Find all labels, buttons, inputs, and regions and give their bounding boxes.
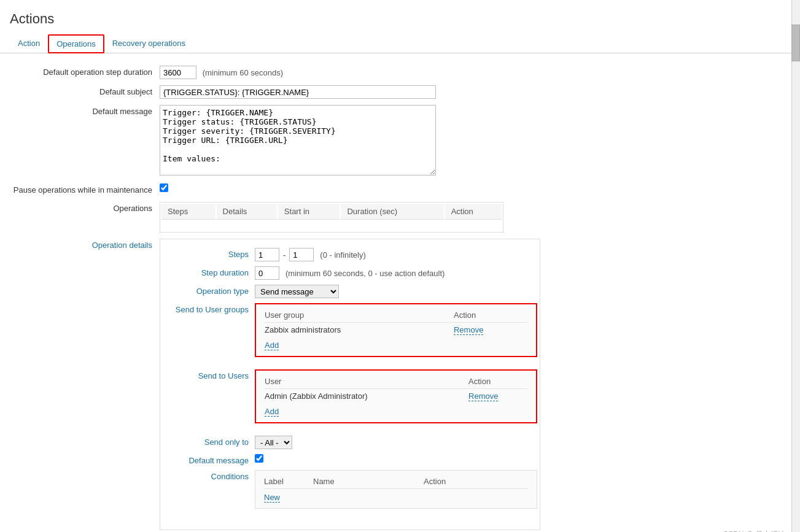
send-user-groups-label: Send to User groups xyxy=(169,303,255,314)
operation-type-label: Operation type xyxy=(169,285,255,296)
user-groups-table: User group Action Zabbix administrators xyxy=(265,310,527,337)
tab-recovery[interactable]: Recovery operations xyxy=(104,34,193,53)
tabs: Action Operations Recovery operations xyxy=(0,34,800,53)
default-message-row: Default message Trigger: {TRIGGER.NAME} … xyxy=(12,105,788,177)
cond-col-label: Label xyxy=(264,477,313,489)
send-users-label: Send to Users xyxy=(169,369,255,380)
step-duration-input[interactable] xyxy=(160,66,196,79)
user-group-remove-link[interactable]: Remove xyxy=(454,325,483,335)
users-col-action: Action xyxy=(468,377,527,389)
steps-hint: (0 - infinitely) xyxy=(320,250,365,260)
user-groups-block: User group Action Zabbix administrators xyxy=(255,303,537,357)
send-only-to-label: Send only to xyxy=(169,436,255,447)
pause-operations-value xyxy=(160,183,788,192)
operations-table-row: Operations Steps Details Start in Durati… xyxy=(12,202,788,233)
default-message-label: Default message xyxy=(12,105,160,116)
operations-table-value: Steps Details Start in Duration (sec) Ac… xyxy=(160,202,788,233)
users-block: User Action Admin (Zabbix Administrator) xyxy=(255,369,537,423)
default-subject-label: Default subject xyxy=(12,85,160,96)
pause-operations-label: Pause operations while in maintenance xyxy=(12,183,160,195)
users-col-user: User xyxy=(265,377,468,389)
step-duration-inner-value: (minimum 60 seconds, 0 - use action defa… xyxy=(255,266,531,280)
steps-separator: - xyxy=(283,250,285,260)
send-users-row: Send to Users User Action xyxy=(169,369,531,431)
user-group-action: Remove xyxy=(454,323,527,337)
conditions-block: Label Name Action New xyxy=(255,470,537,509)
send-users-content: User Action Admin (Zabbix Administrator) xyxy=(255,369,537,431)
operation-details-row: Operation details Steps - (0 - infinitel… xyxy=(12,239,788,530)
step-duration-hint: (minimum 60 seconds) xyxy=(203,68,284,77)
pause-operations-row: Pause operations while in maintenance xyxy=(12,183,788,195)
operations-empty-row xyxy=(161,221,502,231)
tab-operations[interactable]: Operations xyxy=(48,34,104,53)
col-details: Details xyxy=(217,204,277,220)
operations-table: Steps Details Start in Duration (sec) Ac… xyxy=(160,202,503,233)
operation-details-label: Operation details xyxy=(12,239,160,250)
step-duration-inner-label: Step duration xyxy=(169,266,255,277)
default-subject-row: Default subject xyxy=(12,85,788,99)
operation-details-block: Steps - (0 - infinitely) Step duration xyxy=(160,239,540,530)
ug-col-user-group: User group xyxy=(265,310,454,323)
user-row: Admin (Zabbix Administrator) Remove xyxy=(265,389,527,404)
send-user-groups-row: Send to User groups User group Action xyxy=(169,303,531,364)
send-only-to-row: Send only to - All - xyxy=(169,436,531,449)
operation-type-value: Send message Remote command xyxy=(255,285,531,298)
send-only-to-value: - All - xyxy=(255,436,531,449)
default-message-value: Trigger: {TRIGGER.NAME} Trigger status: … xyxy=(160,105,788,177)
steps-value: - (0 - infinitely) xyxy=(255,248,531,261)
step-duration-inner-input[interactable] xyxy=(255,266,279,280)
user-name: Admin (Zabbix Administrator) xyxy=(265,389,468,404)
cond-col-name: Name xyxy=(313,477,424,489)
user-group-add-link[interactable]: Add xyxy=(265,341,279,350)
operation-type-row: Operation type Send message Remote comma… xyxy=(169,285,531,298)
conditions-new-link[interactable]: New xyxy=(264,493,280,503)
conditions-content: Label Name Action New xyxy=(255,470,537,516)
user-add-link[interactable]: Add xyxy=(265,407,279,417)
steps-row: Steps - (0 - infinitely) xyxy=(169,248,531,261)
send-only-to-select[interactable]: - All - xyxy=(255,436,292,449)
pause-operations-checkbox[interactable] xyxy=(160,183,168,192)
tab-action[interactable]: Action xyxy=(10,34,48,53)
default-message-check-value xyxy=(255,454,531,463)
default-subject-input[interactable] xyxy=(160,85,436,99)
operations-table-label: Operations xyxy=(12,202,160,213)
users-table: User Action Admin (Zabbix Administrator) xyxy=(265,377,527,403)
default-message-textarea[interactable]: Trigger: {TRIGGER.NAME} Trigger status: … xyxy=(160,105,436,175)
default-subject-value xyxy=(160,85,788,99)
steps-from-input[interactable] xyxy=(255,248,279,261)
send-user-groups-content: User group Action Zabbix administrators xyxy=(255,303,537,364)
operation-type-select[interactable]: Send message Remote command xyxy=(255,285,339,298)
steps-to-input[interactable] xyxy=(289,248,314,261)
user-group-row: Zabbix administrators Remove xyxy=(265,323,527,337)
step-duration-inner-hint: (minimum 60 seconds, 0 - use action defa… xyxy=(285,269,445,278)
steps-label: Steps xyxy=(169,248,255,259)
col-action: Action xyxy=(445,204,502,220)
step-duration-inner-row: Step duration (minimum 60 seconds, 0 - u… xyxy=(169,266,531,280)
step-duration-label: Default operation step duration xyxy=(12,66,160,77)
default-message-check-label: Default message xyxy=(169,454,255,465)
conditions-table: Label Name Action xyxy=(264,477,528,489)
page-title: Actions xyxy=(0,6,800,34)
step-duration-row: Default operation step duration (minimum… xyxy=(12,66,788,79)
user-remove-link[interactable]: Remove xyxy=(468,391,498,401)
ug-col-action: Action xyxy=(454,310,527,323)
default-message-checkbox[interactable] xyxy=(255,454,263,463)
conditions-row: Conditions Label Name Action xyxy=(169,470,531,516)
col-start-in: Start in xyxy=(278,204,340,220)
operation-details-content: Steps - (0 - infinitely) Step duration xyxy=(160,239,788,530)
cond-col-action: Action xyxy=(424,477,528,489)
default-message-check-row: Default message xyxy=(169,454,531,465)
user-group-name: Zabbix administrators xyxy=(265,323,454,337)
col-duration: Duration (sec) xyxy=(341,204,443,220)
content: Default operation step duration (minimum… xyxy=(0,63,800,532)
step-duration-value: (minimum 60 seconds) xyxy=(160,66,788,79)
user-action: Remove xyxy=(468,389,527,404)
conditions-label: Conditions xyxy=(169,470,255,481)
col-steps: Steps xyxy=(161,204,216,220)
watermark: CSDN @-风中叮铃- xyxy=(723,530,788,532)
